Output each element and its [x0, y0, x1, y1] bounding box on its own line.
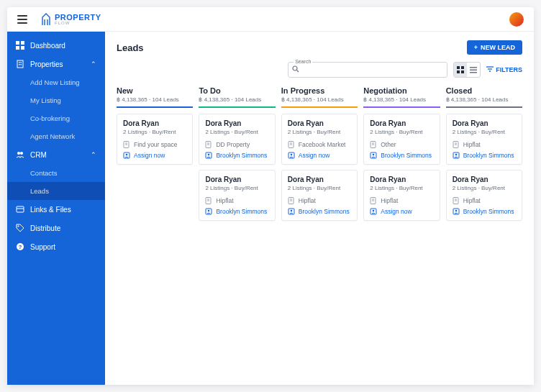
- filter-icon: [486, 66, 494, 73]
- person-icon: [123, 152, 130, 159]
- person-icon: [288, 152, 295, 159]
- svg-point-32: [126, 154, 128, 156]
- column-title: New: [117, 86, 193, 95]
- svg-rect-21: [461, 70, 464, 73]
- logo[interactable]: PROPERTYFLOW: [40, 13, 101, 26]
- lead-source-row: Find your space: [123, 141, 186, 148]
- lead-card[interactable]: Dora Ryan2 Listings · Buy/RentHipflatBro…: [281, 170, 358, 221]
- sidebar-item-co-brokering[interactable]: Co-brokering: [7, 109, 105, 127]
- document-icon: [453, 197, 460, 204]
- assign-now-link[interactable]: Assign now: [123, 152, 186, 159]
- filters-button[interactable]: FILTERS: [486, 66, 522, 73]
- sidebar-item-distribute[interactable]: Distribute: [7, 219, 105, 237]
- new-lead-button[interactable]: +NEW LEAD: [467, 40, 522, 55]
- svg-rect-18: [457, 66, 460, 69]
- sidebar-item-dashboard[interactable]: Dashboard: [7, 36, 105, 55]
- dashboard-icon: [16, 41, 24, 50]
- sidebar-item-add-new-listing[interactable]: Add New Listing: [7, 73, 105, 91]
- lead-meta: 2 Listings · Buy/Rent: [205, 129, 268, 135]
- sidebar-item-agent-network[interactable]: Agent Network: [7, 127, 105, 145]
- assignee-link[interactable]: Brooklyn Simmons: [205, 152, 268, 159]
- svg-point-9: [17, 152, 20, 155]
- lead-meta: 2 Listings · Buy/Rent: [453, 129, 516, 135]
- svg-rect-11: [17, 206, 24, 212]
- lead-name: Dora Ryan: [288, 176, 351, 183]
- sidebar-item-my-listing[interactable]: My Listing: [7, 91, 105, 109]
- column-meta: ฿ 4,138,365 · 104 Leads: [117, 96, 193, 103]
- sidebar-item-leads[interactable]: Leads: [7, 182, 105, 200]
- avatar[interactable]: [509, 12, 524, 27]
- chevron-up-icon: ⌃: [91, 60, 96, 68]
- person-icon: [453, 152, 460, 159]
- lead-meta: 2 Listings · Buy/Rent: [123, 129, 186, 135]
- assignee-link[interactable]: Brooklyn Simmons: [370, 152, 433, 159]
- lead-meta: 2 Listings · Buy/Rent: [453, 185, 516, 191]
- document-icon: [453, 141, 460, 148]
- building-icon: [16, 60, 24, 68]
- document-icon: [288, 197, 295, 204]
- plus-icon: +: [474, 44, 478, 51]
- sidebar-item-crm[interactable]: CRM⌃: [7, 145, 105, 164]
- svg-line-17: [297, 70, 299, 73]
- assignee-link[interactable]: Brooklyn Simmons: [205, 208, 268, 215]
- lead-card[interactable]: Dora Ryan2 Listings · Buy/RentFacebook M…: [281, 114, 358, 165]
- lead-name: Dora Ryan: [123, 119, 186, 127]
- sidebar-item-contacts[interactable]: Contacts: [7, 164, 105, 182]
- person-icon: [288, 208, 295, 215]
- lead-source-row: Other: [370, 141, 433, 148]
- sidebar-item-properties[interactable]: Properties⌃: [7, 55, 105, 73]
- search-input[interactable]: [288, 62, 447, 78]
- column-negotiation: Negotiation฿ 4,138,365 · 104 LeadsDora R…: [363, 86, 440, 226]
- assignee-link[interactable]: Brooklyn Simmons: [288, 208, 351, 215]
- svg-point-52: [291, 210, 293, 212]
- grid-view-button[interactable]: [454, 63, 467, 77]
- sidebar-item-links-files[interactable]: Links & Files: [7, 200, 105, 219]
- svg-point-10: [20, 152, 23, 155]
- lead-source-row: Facebook Market: [288, 141, 351, 148]
- search-icon: [292, 65, 299, 74]
- lead-source-row: Hipflat: [453, 141, 516, 148]
- lead-card[interactable]: Dora Ryan2 Listings · Buy/RentDD Propert…: [199, 114, 275, 165]
- lead-card[interactable]: Dora Ryan2 Listings · Buy/RentHipflatBro…: [446, 170, 522, 221]
- column-new: New฿ 4,138,365 · 104 LeadsDora Ryan2 Lis…: [117, 86, 193, 226]
- page-title: Leads: [117, 42, 144, 53]
- svg-rect-19: [461, 66, 464, 69]
- list-view-button[interactable]: [467, 63, 480, 77]
- lead-card[interactable]: Dora Ryan2 Listings · Buy/RentHipflatBro…: [199, 170, 275, 221]
- lead-source-row: Hipflat: [370, 197, 433, 204]
- help-icon: ?: [16, 242, 24, 251]
- sidebar-item-support[interactable]: ?Support: [7, 237, 105, 256]
- svg-point-67: [455, 154, 457, 156]
- assign-now-link[interactable]: Assign now: [288, 152, 351, 159]
- lead-name: Dora Ryan: [453, 119, 516, 127]
- lead-card[interactable]: Dora Ryan2 Listings · Buy/RentFind your …: [117, 114, 193, 165]
- lead-card[interactable]: Dora Ryan2 Listings · Buy/RentHipflatAss…: [363, 170, 440, 221]
- lead-name: Dora Ryan: [370, 119, 433, 127]
- lead-card[interactable]: Dora Ryan2 Listings · Buy/RentHipflatBro…: [446, 114, 522, 165]
- lead-card[interactable]: Dora Ryan2 Listings · Buy/RentOtherBrook…: [363, 114, 440, 165]
- lead-meta: 2 Listings · Buy/Rent: [370, 185, 433, 191]
- svg-rect-6: [21, 62, 22, 63]
- svg-rect-22: [470, 67, 477, 68]
- lead-name: Dora Ryan: [370, 176, 433, 183]
- column-meta: ฿ 4,138,365 · 104 Leads: [199, 96, 275, 103]
- assignee-link[interactable]: Brooklyn Simmons: [453, 208, 516, 215]
- chevron-up-icon: ⌃: [91, 151, 96, 158]
- lead-name: Dora Ryan: [288, 119, 351, 127]
- svg-rect-7: [19, 64, 20, 65]
- menu-icon[interactable]: [17, 15, 27, 24]
- lead-meta: 2 Listings · Buy/Rent: [205, 185, 268, 191]
- assign-now-link[interactable]: Assign now: [370, 208, 433, 215]
- svg-point-13: [18, 226, 19, 227]
- document-icon: [205, 197, 212, 204]
- svg-rect-24: [470, 72, 477, 73]
- lead-name: Dora Ryan: [453, 176, 516, 183]
- assignee-link[interactable]: Brooklyn Simmons: [453, 152, 516, 159]
- svg-rect-4: [17, 60, 23, 68]
- view-toggle: [453, 62, 481, 78]
- svg-point-47: [291, 154, 293, 156]
- svg-point-72: [455, 210, 457, 212]
- column-title: In Progress: [281, 86, 358, 95]
- document-icon: [205, 141, 212, 148]
- column-meta: ฿ 4,138,365 · 104 Leads: [446, 96, 522, 103]
